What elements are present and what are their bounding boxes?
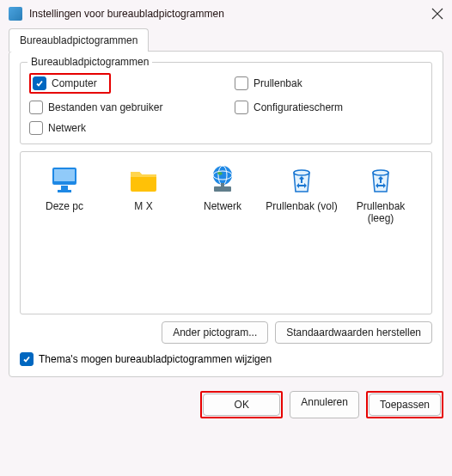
tab-desktop-icons[interactable]: Bureaubladpictogrammen: [9, 28, 149, 52]
checkbox-box: [29, 101, 43, 114]
icon-this-pc[interactable]: Deze pc: [27, 162, 101, 225]
svg-rect-4: [61, 186, 68, 190]
restore-defaults-button[interactable]: Standaardwaarden herstellen: [275, 321, 432, 344]
apply-button[interactable]: Toepassen: [369, 394, 441, 416]
svg-point-11: [294, 170, 309, 175]
highlight-computer: Computer: [29, 73, 111, 94]
icon-network[interactable]: Netwerk: [186, 162, 260, 225]
checkbox-label: Bestanden van gebruiker: [48, 101, 162, 113]
checkbox-box: [29, 121, 43, 135]
monitor-icon: [47, 162, 82, 197]
titlebar: Instellingen voor bureaubladpictogrammen: [0, 0, 452, 27]
svg-rect-10: [221, 183, 224, 187]
checkmark-icon: [33, 76, 46, 90]
tab-panel: Bureaubladpictogrammen Computer Prullenb…: [9, 51, 443, 377]
checkbox-allow-themes[interactable]: Thema's mogen bureaubladpictogrammen wij…: [20, 352, 432, 366]
recycle-bin-full-icon: [284, 162, 319, 197]
checkbox-network[interactable]: Netwerk: [29, 121, 217, 135]
checkbox-label: Computer: [52, 77, 97, 89]
checkbox-box: [235, 101, 248, 114]
checkmark-icon: [20, 352, 34, 366]
checkbox-computer[interactable]: Computer: [33, 76, 97, 90]
group-legend: Bureaubladpictogrammen: [27, 56, 152, 68]
checkbox-label: Netwerk: [48, 122, 86, 134]
checkbox-user-files[interactable]: Bestanden van gebruiker: [29, 101, 217, 114]
icon-label: Prullenbak (leeg): [344, 200, 418, 225]
icon-bin-empty[interactable]: Prullenbak (leeg): [344, 162, 418, 225]
icon-label: M X: [107, 200, 180, 212]
folder-icon: [126, 162, 161, 197]
icon-label: Prullenbak (vol): [265, 200, 339, 212]
desktop-icons-group: Bureaubladpictogrammen Computer Prullenb…: [20, 62, 432, 144]
checkbox-recycle-bin[interactable]: Prullenbak: [235, 73, 423, 94]
icon-bin-full[interactable]: Prullenbak (vol): [265, 162, 339, 225]
icon-user-folder[interactable]: M X: [107, 162, 180, 225]
icon-label: Netwerk: [186, 200, 260, 212]
checkbox-label: Configuratiescherm: [253, 101, 343, 113]
highlight-ok: OK: [200, 391, 283, 418]
checkbox-label: Prullenbak: [253, 77, 302, 89]
highlight-apply: Toepassen: [366, 391, 443, 418]
svg-point-12: [373, 170, 388, 175]
tabbar: Bureaubladpictogrammen: [0, 27, 452, 51]
checkbox-box: [235, 76, 248, 90]
ok-button[interactable]: OK: [203, 394, 280, 416]
cancel-button[interactable]: Annuleren: [290, 391, 359, 418]
app-icon: [9, 7, 22, 21]
svg-point-6: [213, 166, 232, 185]
globe-icon: [205, 162, 240, 197]
window-title: Instellingen voor bureaubladpictogrammen: [29, 8, 431, 20]
svg-rect-3: [54, 169, 75, 181]
svg-rect-5: [58, 190, 71, 192]
checkbox-label: Thema's mogen bureaubladpictogrammen wij…: [39, 353, 272, 365]
recycle-bin-empty-icon: [363, 162, 398, 197]
icon-label: Deze pc: [27, 200, 101, 212]
checkbox-control-panel[interactable]: Configuratiescherm: [235, 101, 423, 114]
close-icon[interactable]: [431, 8, 443, 20]
icon-preview-list: Deze pc M X Netwerk Prullenbak (vol): [20, 151, 432, 314]
dialog-buttons: OK Annuleren Toepassen: [0, 386, 452, 427]
change-icon-button[interactable]: Ander pictogram...: [162, 321, 268, 344]
